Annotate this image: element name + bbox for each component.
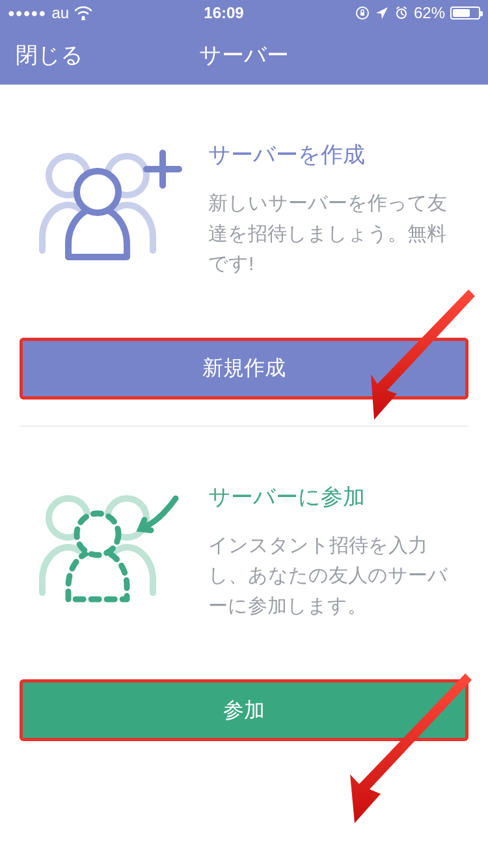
join-server-title: サーバーに参加	[208, 482, 462, 512]
alarm-icon	[394, 6, 409, 20]
create-server-title: サーバーを作成	[208, 140, 462, 170]
carrier-label: au	[51, 4, 69, 22]
status-left: ●●●●● au	[8, 4, 92, 22]
create-server-people-plus-icon	[26, 140, 189, 264]
close-button[interactable]: 閉じる	[16, 40, 83, 70]
create-server-section: サーバーを作成 新しいサーバーを作って友達を招待しましょう。無料です!	[0, 85, 488, 308]
location-icon	[375, 6, 389, 20]
join-server-section: サーバーに参加 インスタント招待を入力し、あなたの友人のサーバーに参加します。	[0, 427, 488, 651]
wifi-icon	[74, 6, 92, 20]
battery-percent: 62%	[414, 4, 445, 22]
status-bar: ●●●●● au 16:09 62%	[0, 0, 488, 26]
nav-header: 閉じる サーバー	[0, 26, 488, 85]
join-server-people-arrow-icon	[26, 482, 189, 606]
lock-rotation-icon	[355, 6, 370, 20]
svg-point-0	[82, 16, 85, 20]
svg-point-6	[77, 171, 118, 213]
join-server-desc: インスタント招待を入力し、あなたの友人のサーバーに参加します。	[208, 530, 462, 621]
create-server-button[interactable]: 新規作成	[20, 338, 468, 400]
battery-icon	[450, 7, 480, 20]
svg-point-11	[77, 513, 118, 555]
join-server-button-label: 参加	[223, 696, 265, 725]
join-server-button[interactable]: 参加	[20, 679, 468, 741]
status-time: 16:09	[204, 4, 243, 22]
status-right: 62%	[355, 4, 480, 22]
create-server-desc: 新しいサーバーを作って友達を招待しましょう。無料です!	[208, 188, 462, 279]
signal-dots-icon: ●●●●●	[8, 7, 46, 20]
svg-rect-2	[360, 12, 364, 16]
create-server-button-label: 新規作成	[202, 354, 286, 383]
